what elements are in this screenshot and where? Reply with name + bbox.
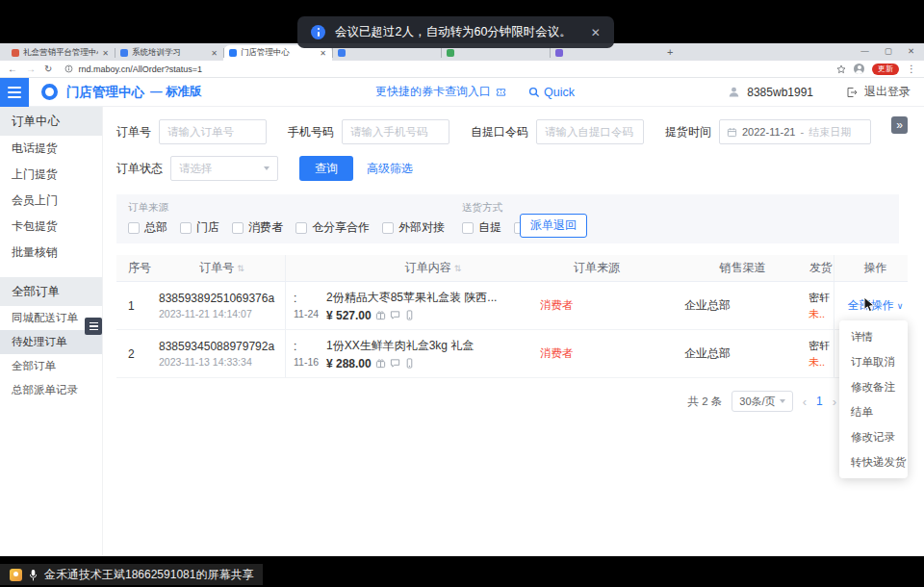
order-row-1[interactable]: 1 83859389251069376a 2023-11-21 14:14:07… [116, 282, 908, 330]
tab-close-icon[interactable]: ✕ [211, 49, 218, 58]
checkbox-icon [180, 222, 192, 234]
browser-address-bar: ← → ↻ rnd.maboy.cn/AllOrder?status=1 更新 … [0, 61, 924, 78]
sidebar-item-all-orders[interactable]: 全部订单 [0, 354, 102, 378]
menu-item-settle[interactable]: 结单 [839, 399, 908, 424]
order-row-2[interactable]: 2 83859345088979792a 2023-11-13 14:33:34… [116, 330, 908, 378]
col-header-clipped [286, 255, 319, 281]
browser-tab-1[interactable]: 礼盒营销平台管理中心 ✕ [6, 45, 115, 61]
checkbox-store[interactable]: 门店 [180, 219, 219, 236]
tab-favicon [555, 49, 563, 57]
order-channel-cell: 企业总部 [675, 330, 801, 377]
sidebar-item-hq-dispatch-log[interactable]: 总部派单记录 [0, 378, 102, 402]
sidebar-item-member-visit[interactable]: 会员上门 [0, 188, 102, 214]
gift-icon [375, 358, 386, 369]
menu-item-cancel-order[interactable]: 订单取消 [839, 349, 908, 374]
col-header-label: 订单号 [199, 260, 234, 276]
advanced-filter-link[interactable]: 高级筛选 [367, 161, 413, 177]
back-button[interactable]: ← [8, 64, 17, 74]
browser-tab-2[interactable]: 系统培训学习 ✕ [115, 45, 223, 61]
toast-close-button[interactable]: ✕ [591, 26, 601, 39]
pickup-end-date: 11-24 [294, 308, 319, 319]
logout-button[interactable]: 退出登录 [864, 84, 911, 100]
page-size-select[interactable]: 30条/页 [732, 391, 792, 412]
checkbox-label: 消费者 [248, 219, 283, 236]
forward-button[interactable]: → [26, 64, 36, 74]
new-tab-button[interactable]: + [667, 47, 673, 58]
user-icon [728, 86, 740, 98]
order-seq: 1 [116, 282, 151, 329]
window-minimize-button[interactable]: — [860, 47, 869, 56]
tab-close-icon[interactable]: ✕ [320, 49, 326, 58]
checkbox-external[interactable]: 外部对接 [382, 219, 445, 236]
start-date-value[interactable]: 2022-11-21 [742, 126, 795, 138]
col-header-source: 订单来源 [511, 255, 675, 281]
date-range-picker[interactable]: 2022-11-21 - 结束日期 [719, 119, 871, 144]
info-icon [311, 25, 325, 39]
app-body: 订单中心 电话提货 上门提货 会员上门 卡包提货 批量核销 全部订单 同城配送订… [0, 107, 924, 556]
phone-input[interactable] [342, 119, 449, 144]
url-text: rnd.maboy.cn/AllOrder?status=1 [78, 64, 202, 74]
browser-menu-button[interactable]: ⋮ [907, 64, 916, 74]
checkbox-self-pickup[interactable]: 自提 [462, 219, 501, 236]
filter-row-2: 订单状态 请选择 查询 高级筛选 [116, 156, 924, 181]
url-bar[interactable]: rnd.maboy.cn/AllOrder?status=1 [61, 64, 828, 74]
sort-icon[interactable]: ⇅ [237, 264, 244, 273]
pickup-code-label: 自提口令码 [471, 124, 528, 140]
browser-profile-avatar[interactable] [854, 64, 864, 74]
site-info-icon[interactable] [64, 64, 73, 73]
window-maximize-button[interactable]: ▢ [885, 47, 892, 56]
window-close-button[interactable]: ✕ [908, 47, 914, 56]
delivery-status: 未.. [808, 307, 834, 321]
chevron-down-icon [780, 399, 785, 403]
phone-icon [404, 310, 415, 320]
table-header-row: 序号 订单号 ⇅ 订单内容 ⇅ 订单来源 销售渠道 发货 操作 [116, 255, 908, 282]
checkbox-label: 门店 [196, 219, 219, 236]
menu-item-details[interactable]: 详情 [839, 324, 908, 349]
next-page-button[interactable]: › [833, 396, 836, 408]
order-delivery-cell: 密轩 未.. [801, 282, 834, 329]
bookmark-star-icon[interactable] [836, 64, 846, 74]
chevron-down-icon: ∨ [897, 301, 904, 311]
username[interactable]: 8385wb1991 [747, 86, 813, 99]
panel-collapse-button[interactable]: » [891, 116, 908, 134]
checkbox-consumer[interactable]: 消费者 [232, 219, 283, 236]
order-no-input[interactable] [159, 119, 267, 144]
order-number: 83859345088979792a [159, 340, 285, 353]
checkbox-label: 外部对接 [398, 219, 445, 236]
order-content-cell: 2份精品大枣85苹果礼盒装 陕西... ¥ 527.00 [319, 282, 511, 329]
menu-item-edit-remark[interactable]: 修改备注 [839, 374, 908, 399]
order-status-select[interactable]: 请选择 [170, 156, 278, 181]
tab-close-icon[interactable]: ✕ [102, 49, 109, 58]
sidebar-item-card-pickup[interactable]: 卡包提货 [0, 214, 102, 240]
menu-item-express-ship[interactable]: 转快递发货 [839, 449, 908, 474]
address-bar-actions: 更新 ⋮ [836, 64, 916, 75]
chevron-down-icon [264, 166, 270, 170]
dispatch-return-button[interactable]: 派单退回 [520, 214, 587, 238]
checkbox-warehouse-share[interactable]: 仓分享合作 [295, 219, 370, 236]
coupon-query-link[interactable]: 更快捷的券卡查询入口 [375, 84, 491, 100]
chrome-update-button[interactable]: 更新 [872, 64, 899, 75]
ticket-icon [496, 87, 506, 97]
menu-item-edit-history[interactable]: 修改记录 [839, 424, 908, 449]
quick-search-link[interactable]: Quick [528, 86, 575, 99]
prev-page-button[interactable]: ‹ [803, 396, 807, 408]
search-button[interactable]: 查询 [299, 156, 353, 181]
sidebar-collapse-toggle[interactable] [85, 318, 102, 335]
sidebar-item-phone-pickup[interactable]: 电话提货 [0, 136, 102, 162]
col-header-delivery: 发货 [801, 255, 834, 281]
order-content: 2份精品大枣85苹果礼盒装 陕西... [326, 290, 511, 306]
pickup-code-input[interactable] [536, 119, 644, 144]
reload-button[interactable]: ↻ [44, 64, 52, 74]
toast-message: 会议已超过2人，自动转为60分钟限时会议。 [335, 24, 572, 40]
checkbox-hq[interactable]: 总部 [128, 219, 167, 236]
order-actions-menu: 详情 订单取消 修改备注 结单 修改记录 转快递发货 [839, 320, 908, 478]
sidebar-item-batch-verify[interactable]: 批量核销 [0, 240, 102, 266]
current-page[interactable]: 1 [816, 395, 823, 408]
sort-icon[interactable]: ⇅ [454, 264, 462, 273]
clipped-text: : [294, 340, 319, 353]
screen-share-bar: 金禾通技术王斌18662591081的屏幕共享 [0, 564, 263, 585]
date-separator: - [800, 126, 804, 138]
end-date-placeholder[interactable]: 结束日期 [808, 125, 851, 140]
sidebar-item-door-pickup[interactable]: 上门提货 [0, 162, 102, 188]
menu-toggle-button[interactable] [0, 78, 29, 107]
